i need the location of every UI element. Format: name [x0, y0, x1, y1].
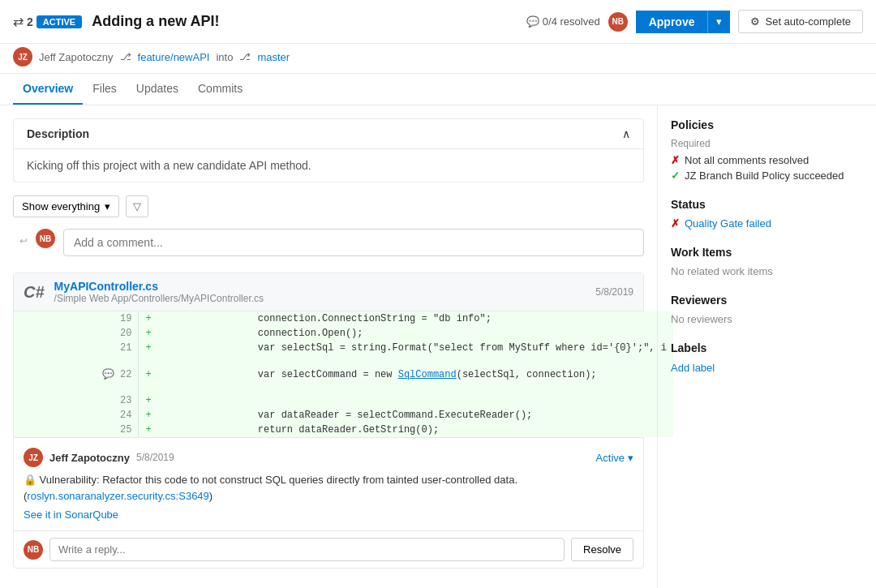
filter-button[interactable]: ▽	[126, 195, 148, 217]
header: ⇄ 2 ACTIVE Adding a new API! 💬 0/4 resol…	[0, 0, 876, 44]
file-language-label: C#	[24, 283, 45, 302]
tab-files[interactable]: Files	[83, 74, 127, 105]
reply-avatar: NB	[24, 540, 43, 560]
comment-input[interactable]	[63, 229, 644, 256]
description-body: Kicking off this project with a new cand…	[14, 149, 643, 182]
commenter-name: Jeff Zapotoczny	[49, 452, 130, 464]
code-line-24: 24 + var dataReader = selectCommand.Exec…	[14, 408, 673, 423]
file-info: MyAPIController.cs /Simple Web App/Contr…	[54, 280, 264, 304]
sidebar-reviewers-title: Reviewers	[671, 294, 863, 307]
pr-number: 2	[27, 15, 33, 28]
status-item-quality: ✗ Quality Gate failed	[671, 217, 863, 230]
see-sonarqube-link[interactable]: See it in SonarQube	[24, 509, 633, 521]
reply-input[interactable]	[49, 538, 565, 561]
comment-thread: JZ Jeff Zapotoczny 5/8/2019 Active ▾ 🔒 V…	[14, 437, 643, 530]
description-title: Description	[27, 127, 89, 140]
code-line-25: 25 + return dataReader.GetString(0);	[14, 423, 673, 437]
comment-gutter-icon: 💬	[102, 369, 114, 380]
sidebar-policies: Policies Required ✗ Not all comments res…	[671, 118, 863, 182]
comment-status-dropdown[interactable]: Active ▾	[596, 452, 633, 464]
file-path: /Simple Web App/Controllers/MyAPIControl…	[54, 293, 264, 304]
x-icon: ✗	[671, 154, 680, 166]
header-meta: JZ Jeff Zapotoczny ⎇ feature/newAPI into…	[0, 44, 876, 74]
sidebar: Policies Required ✗ Not all comments res…	[657, 105, 876, 588]
policy-text-build: JZ Branch Build Policy succeeded	[685, 170, 844, 182]
file-date: 5/8/2019	[595, 286, 633, 298]
comment-body: 🔒 Vulnerability: Refactor this code to n…	[24, 472, 633, 504]
line-num-19: 19	[14, 311, 139, 326]
code-line-19: 19 + connection.ConnectionString = "db i…	[14, 311, 673, 326]
file-header: C# MyAPIController.cs /Simple Web App/Co…	[14, 273, 643, 311]
comment-date: 5/8/2019	[136, 452, 174, 463]
reply-area: NB Resolve	[14, 530, 643, 568]
filter-icon: ▽	[133, 200, 141, 212]
add-label-button[interactable]: Add label	[671, 362, 715, 374]
file-name: MyAPIController.cs	[54, 280, 264, 293]
commenter-info: JZ Jeff Zapotoczny 5/8/2019	[24, 448, 174, 467]
policy-item-build: ✓ JZ Branch Build Policy succeeded	[671, 170, 863, 182]
policy-item-comments: ✗ Not all comments resolved	[671, 154, 863, 166]
current-user-avatar: NB	[36, 229, 55, 248]
check-icon: ✓	[671, 170, 680, 182]
comment-icon: 💬	[526, 15, 539, 28]
sql-command-link[interactable]: SqlCommand	[398, 369, 457, 380]
code-line-21: 21 + var selectSql = string.Format("sele…	[14, 341, 673, 355]
approve-button[interactable]: Approve	[636, 11, 709, 33]
sidebar-required-label: Required	[671, 138, 863, 149]
merge-icon: ⇄	[13, 14, 24, 29]
code-line-22: 💬 22 + var selectCommand = new SqlComman…	[14, 355, 673, 393]
reply-thread-icon: ↩	[19, 235, 28, 247]
comment-input-area: ↩ NB	[13, 229, 644, 256]
reviewer-avatar: NB	[608, 12, 628, 32]
approve-button-group[interactable]: Approve ▾	[636, 11, 731, 33]
sidebar-reviewers: Reviewers No reviewers	[671, 294, 863, 325]
collapse-icon[interactable]: ∧	[622, 127, 630, 140]
main-layout: Description ∧ Kicking off this project w…	[0, 105, 876, 588]
code-line-20: 20 + connection.Open();	[14, 326, 673, 341]
dropdown-chevron-icon: ▾	[105, 200, 110, 212]
branch-icon-source: ⎇	[120, 51, 131, 62]
autocomplete-icon: ⚙	[750, 15, 760, 28]
lock-icon: 🔒	[24, 474, 36, 486]
sidebar-work-items-title: Work Items	[671, 246, 863, 259]
description-header: Description ∧	[14, 119, 643, 149]
tabs-bar: Overview Files Updates Commits	[0, 74, 876, 105]
source-branch[interactable]: feature/newAPI	[138, 51, 210, 63]
sidebar-labels-title: Labels	[671, 341, 863, 354]
sidebar-status-title: Status	[671, 198, 863, 211]
show-everything-dropdown[interactable]: Show everything ▾	[13, 195, 119, 217]
content-area: Description ∧ Kicking off this project w…	[0, 105, 657, 588]
branch-icon-target: ⎇	[239, 51, 251, 62]
sidebar-work-items: Work Items No related work items	[671, 246, 863, 277]
policy-text-comments: Not all comments resolved	[685, 154, 809, 166]
status-x-icon: ✗	[671, 217, 680, 230]
comment-header: JZ Jeff Zapotoczny 5/8/2019 Active ▾	[24, 448, 633, 467]
tab-overview[interactable]: Overview	[13, 74, 83, 105]
tab-updates[interactable]: Updates	[127, 74, 188, 105]
filter-row: Show everything ▾ ▽	[13, 195, 644, 217]
pr-icon-area: ⇄ 2 ACTIVE	[13, 14, 82, 29]
author-name: Jeff Zapotoczny	[39, 51, 114, 63]
autocomplete-button[interactable]: ⚙ Set auto-complete	[738, 10, 863, 33]
commenter-avatar: JZ	[24, 448, 43, 467]
description-card: Description ∧ Kicking off this project w…	[13, 118, 644, 182]
file-card: C# MyAPIController.cs /Simple Web App/Co…	[13, 273, 644, 569]
header-actions: 💬 0/4 resolved NB Approve ▾ ⚙ Set auto-c…	[526, 10, 863, 33]
sonar-rule-link[interactable]: roslyn.sonaranalyzer.security.cs:S3649	[27, 490, 208, 502]
code-table: 19 + connection.ConnectionString = "db i…	[14, 311, 673, 437]
pr-title: Adding a new API!	[92, 13, 219, 30]
code-line-23: 23 +	[14, 393, 673, 408]
into-text: into	[216, 51, 233, 63]
approve-dropdown-button[interactable]: ▾	[708, 11, 730, 33]
resolve-button[interactable]: Resolve	[571, 538, 633, 561]
active-badge: ACTIVE	[36, 15, 82, 28]
sidebar-status: Status ✗ Quality Gate failed	[671, 198, 863, 230]
quality-gate-link[interactable]: Quality Gate failed	[685, 217, 771, 230]
sidebar-labels: Labels Add label	[671, 341, 863, 374]
target-branch[interactable]: master	[257, 51, 290, 63]
work-items-empty: No related work items	[671, 265, 863, 277]
status-chevron-icon: ▾	[628, 452, 633, 464]
sidebar-policies-title: Policies	[671, 118, 863, 131]
reviewers-empty: No reviewers	[671, 313, 863, 325]
tab-commits[interactable]: Commits	[188, 74, 252, 105]
